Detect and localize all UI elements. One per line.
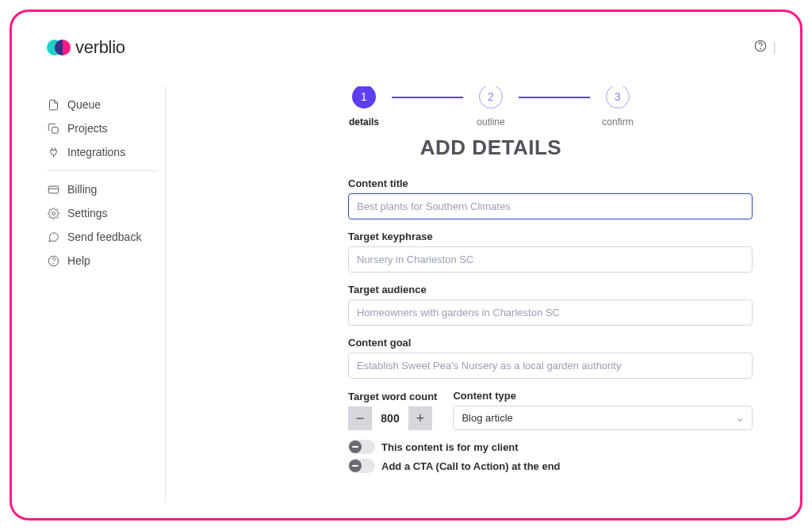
form: Content title Target keyphrase Target au… xyxy=(348,177,753,473)
toggle-label: Add a CTA (Call to Action) at the end xyxy=(381,460,561,472)
step-1[interactable]: 1 details xyxy=(336,86,392,128)
step-circle: 3 xyxy=(606,86,630,109)
plug-icon xyxy=(47,146,59,158)
sidebar-item-settings[interactable]: Settings xyxy=(47,201,157,225)
logo-mark-icon xyxy=(47,39,71,56)
toggle-label: This content is for my client xyxy=(381,441,519,453)
content-goal-input[interactable] xyxy=(348,353,753,379)
field-label: Content type xyxy=(453,390,753,402)
word-count-value: 800 xyxy=(372,406,408,430)
toggle-add-cta: Add a CTA (Call to Action) at the end xyxy=(348,459,753,473)
svg-rect-2 xyxy=(52,127,58,133)
app-frame: verblio | Queue Projects xyxy=(10,10,802,520)
field-label: Content title xyxy=(348,177,753,189)
sidebar-item-queue[interactable]: Queue xyxy=(47,93,157,116)
row-count-type: Target word count − 800 + Content type B… xyxy=(348,390,753,430)
toggle-for-client-switch[interactable] xyxy=(348,440,375,454)
sidebar-item-feedback[interactable]: Send feedback xyxy=(47,225,157,249)
target-audience-input[interactable] xyxy=(348,299,753,326)
sidebar-item-label: Integrations xyxy=(67,146,125,158)
step-label: details xyxy=(349,116,379,128)
sidebar-divider xyxy=(47,170,157,171)
logo[interactable]: verblio xyxy=(47,37,125,58)
step-3[interactable]: 3 confirm xyxy=(590,86,645,128)
sidebar: Queue Projects Integrations Billing xyxy=(47,86,166,502)
main: 1 details 2 outline 3 confirm ADD DETAIL… xyxy=(166,86,776,502)
toggle-for-client: This content is for my client xyxy=(348,440,753,454)
svg-point-5 xyxy=(48,256,59,266)
step-circle: 2 xyxy=(479,86,503,109)
file-icon xyxy=(47,98,59,111)
step-line xyxy=(392,97,463,98)
svg-point-1 xyxy=(760,48,760,49)
sidebar-item-projects[interactable]: Projects xyxy=(47,116,157,140)
field-label: Target word count xyxy=(348,391,437,402)
gear-icon xyxy=(47,207,59,219)
help-circle-icon xyxy=(47,254,59,267)
toggle-add-cta-switch[interactable] xyxy=(348,459,375,473)
step-2[interactable]: 2 outline xyxy=(463,86,519,128)
content-type-select[interactable]: Blog article xyxy=(453,406,753,430)
sidebar-item-integrations[interactable]: Integrations xyxy=(47,140,157,164)
field-target-keyphrase: Target keyphrase xyxy=(348,231,753,273)
target-keyphrase-input[interactable] xyxy=(348,246,753,273)
field-label: Content goal xyxy=(348,337,753,349)
sidebar-item-label: Billing xyxy=(67,183,97,196)
sidebar-item-help[interactable]: Help xyxy=(47,249,157,273)
word-count-stepper: − 800 + xyxy=(348,406,437,430)
field-content-type: Content type Blog article xyxy=(453,390,753,430)
card-icon xyxy=(47,183,59,196)
field-content-goal: Content goal xyxy=(348,337,753,379)
field-word-count: Target word count − 800 + xyxy=(348,391,437,430)
sidebar-item-label: Projects xyxy=(67,122,108,135)
stepper: 1 details 2 outline 3 confirm xyxy=(205,86,776,128)
svg-point-6 xyxy=(53,263,54,264)
field-label: Target keyphrase xyxy=(348,231,753,242)
field-label: Target audience xyxy=(348,284,753,296)
step-circle: 1 xyxy=(352,86,376,109)
content-title-input[interactable] xyxy=(348,193,753,219)
svg-point-4 xyxy=(52,212,55,215)
header: verblio | xyxy=(47,37,776,58)
header-right: | xyxy=(754,40,776,55)
container: Queue Projects Integrations Billing xyxy=(47,42,776,502)
sidebar-item-label: Queue xyxy=(67,98,101,111)
increment-button[interactable]: + xyxy=(408,406,432,430)
step-line xyxy=(519,97,590,98)
svg-rect-3 xyxy=(48,186,59,193)
step-label: outline xyxy=(477,116,504,128)
copy-icon xyxy=(47,122,59,135)
page-title: ADD DETAILS xyxy=(205,135,776,160)
step-label: confirm xyxy=(602,116,633,128)
decrement-button[interactable]: − xyxy=(348,406,372,430)
chat-icon xyxy=(47,231,59,243)
logo-text: verblio xyxy=(75,37,125,58)
help-circle-icon[interactable] xyxy=(754,40,767,55)
field-content-title: Content title xyxy=(348,177,753,219)
header-separator: | xyxy=(773,40,776,55)
sidebar-item-label: Send feedback xyxy=(67,231,141,243)
field-target-audience: Target audience xyxy=(348,284,753,326)
sidebar-item-label: Settings xyxy=(67,207,108,219)
sidebar-item-label: Help xyxy=(67,254,90,267)
sidebar-item-billing[interactable]: Billing xyxy=(47,177,157,201)
